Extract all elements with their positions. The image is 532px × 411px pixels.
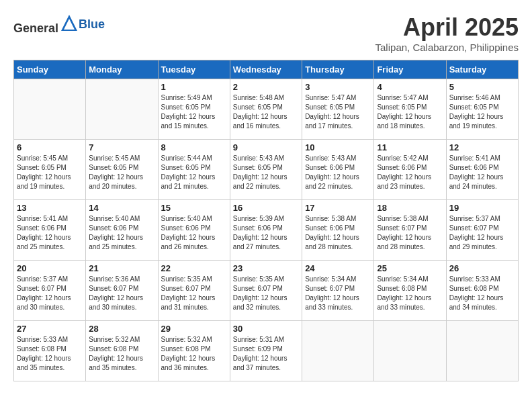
day-number: 21	[89, 263, 154, 273]
calendar-cell: 21Sunrise: 5:36 AM Sunset: 6:07 PM Dayli…	[86, 261, 158, 321]
day-info: Sunrise: 5:35 AM Sunset: 6:07 PM Dayligh…	[161, 275, 227, 312]
calendar-cell: 3Sunrise: 5:47 AM Sunset: 6:05 PM Daylig…	[302, 79, 374, 140]
day-info: Sunrise: 5:35 AM Sunset: 6:07 PM Dayligh…	[233, 275, 299, 312]
day-info: Sunrise: 5:48 AM Sunset: 6:05 PM Dayligh…	[233, 93, 299, 131]
day-info: Sunrise: 5:47 AM Sunset: 6:05 PM Dayligh…	[377, 93, 443, 131]
day-number: 9	[233, 142, 299, 152]
page-header: General Blue April 2025 Talipan, Calabar…	[13, 13, 519, 53]
calendar-cell: 26Sunrise: 5:33 AM Sunset: 6:08 PM Dayli…	[446, 261, 518, 321]
calendar-cell	[446, 321, 518, 381]
calendar-cell: 20Sunrise: 5:37 AM Sunset: 6:07 PM Dayli…	[14, 261, 86, 321]
calendar-cell: 9Sunrise: 5:43 AM Sunset: 6:05 PM Daylig…	[230, 140, 302, 200]
calendar-cell: 4Sunrise: 5:47 AM Sunset: 6:05 PM Daylig…	[374, 79, 446, 140]
day-number: 29	[161, 324, 227, 334]
calendar-table: SundayMondayTuesdayWednesdayThursdayFrid…	[13, 60, 519, 381]
day-info: Sunrise: 5:38 AM Sunset: 6:06 PM Dayligh…	[305, 214, 371, 252]
calendar-week-row: 13Sunrise: 5:41 AM Sunset: 6:06 PM Dayli…	[14, 200, 519, 261]
logo-general: General	[13, 21, 58, 35]
day-number: 27	[17, 324, 83, 334]
day-number: 10	[305, 142, 371, 152]
day-number: 22	[161, 263, 227, 273]
calendar-cell: 16Sunrise: 5:39 AM Sunset: 6:06 PM Dayli…	[230, 200, 302, 261]
day-number: 11	[377, 142, 443, 152]
calendar-cell: 8Sunrise: 5:44 AM Sunset: 6:05 PM Daylig…	[158, 140, 230, 200]
day-number: 7	[89, 142, 154, 152]
calendar-cell: 23Sunrise: 5:35 AM Sunset: 6:07 PM Dayli…	[230, 261, 302, 321]
calendar-cell	[86, 79, 158, 140]
calendar-cell: 18Sunrise: 5:38 AM Sunset: 6:07 PM Dayli…	[374, 200, 446, 261]
calendar-cell: 11Sunrise: 5:42 AM Sunset: 6:06 PM Dayli…	[374, 140, 446, 200]
calendar-weekday-saturday: Saturday	[446, 60, 518, 79]
day-info: Sunrise: 5:33 AM Sunset: 6:08 PM Dayligh…	[17, 335, 83, 373]
calendar-weekday-sunday: Sunday	[14, 60, 86, 79]
calendar-cell: 12Sunrise: 5:41 AM Sunset: 6:06 PM Dayli…	[446, 140, 518, 200]
calendar-week-row: 20Sunrise: 5:37 AM Sunset: 6:07 PM Dayli…	[14, 261, 519, 321]
calendar-cell	[14, 79, 86, 140]
day-info: Sunrise: 5:41 AM Sunset: 6:06 PM Dayligh…	[17, 214, 83, 252]
logo-icon	[60, 13, 79, 32]
day-number: 13	[17, 203, 83, 213]
day-info: Sunrise: 5:32 AM Sunset: 6:08 PM Dayligh…	[161, 335, 227, 373]
calendar-week-row: 27Sunrise: 5:33 AM Sunset: 6:08 PM Dayli…	[14, 321, 519, 381]
calendar-cell: 1Sunrise: 5:49 AM Sunset: 6:05 PM Daylig…	[158, 79, 230, 140]
day-info: Sunrise: 5:32 AM Sunset: 6:08 PM Dayligh…	[89, 335, 154, 373]
day-number: 24	[305, 263, 371, 273]
day-info: Sunrise: 5:49 AM Sunset: 6:05 PM Dayligh…	[161, 93, 227, 131]
calendar-weekday-tuesday: Tuesday	[158, 60, 230, 79]
day-info: Sunrise: 5:37 AM Sunset: 6:07 PM Dayligh…	[17, 275, 83, 312]
day-number: 2	[233, 82, 299, 92]
day-info: Sunrise: 5:43 AM Sunset: 6:05 PM Dayligh…	[233, 154, 299, 191]
calendar-cell: 13Sunrise: 5:41 AM Sunset: 6:06 PM Dayli…	[14, 200, 86, 261]
logo: General Blue	[13, 13, 105, 36]
day-info: Sunrise: 5:46 AM Sunset: 6:05 PM Dayligh…	[449, 93, 515, 131]
calendar-cell: 22Sunrise: 5:35 AM Sunset: 6:07 PM Dayli…	[158, 261, 230, 321]
day-info: Sunrise: 5:36 AM Sunset: 6:07 PM Dayligh…	[89, 275, 154, 312]
day-info: Sunrise: 5:41 AM Sunset: 6:06 PM Dayligh…	[449, 154, 515, 191]
calendar-cell: 24Sunrise: 5:34 AM Sunset: 6:07 PM Dayli…	[302, 261, 374, 321]
logo-blue: Blue	[79, 17, 105, 31]
calendar-cell: 29Sunrise: 5:32 AM Sunset: 6:08 PM Dayli…	[158, 321, 230, 381]
calendar-cell: 2Sunrise: 5:48 AM Sunset: 6:05 PM Daylig…	[230, 79, 302, 140]
day-info: Sunrise: 5:42 AM Sunset: 6:06 PM Dayligh…	[377, 154, 443, 191]
day-number: 28	[89, 324, 154, 334]
calendar-cell: 25Sunrise: 5:34 AM Sunset: 6:08 PM Dayli…	[374, 261, 446, 321]
calendar-header-row: SundayMondayTuesdayWednesdayThursdayFrid…	[14, 60, 519, 79]
page-subtitle: Talipan, Calabarzon, Philippines	[375, 42, 519, 53]
day-number: 26	[449, 263, 515, 273]
calendar-cell: 14Sunrise: 5:40 AM Sunset: 6:06 PM Dayli…	[86, 200, 158, 261]
day-number: 20	[17, 263, 83, 273]
calendar-cell: 28Sunrise: 5:32 AM Sunset: 6:08 PM Dayli…	[86, 321, 158, 381]
day-info: Sunrise: 5:33 AM Sunset: 6:08 PM Dayligh…	[449, 275, 515, 312]
day-number: 3	[305, 82, 371, 92]
calendar-cell: 15Sunrise: 5:40 AM Sunset: 6:06 PM Dayli…	[158, 200, 230, 261]
day-info: Sunrise: 5:39 AM Sunset: 6:06 PM Dayligh…	[233, 214, 299, 252]
calendar-weekday-friday: Friday	[374, 60, 446, 79]
day-number: 19	[449, 203, 515, 213]
calendar-weekday-monday: Monday	[86, 60, 158, 79]
page-title: April 2025	[375, 13, 519, 42]
calendar-cell: 30Sunrise: 5:31 AM Sunset: 6:09 PM Dayli…	[230, 321, 302, 381]
day-number: 25	[377, 263, 443, 273]
day-number: 17	[305, 203, 371, 213]
calendar-cell: 6Sunrise: 5:45 AM Sunset: 6:05 PM Daylig…	[14, 140, 86, 200]
calendar-week-row: 1Sunrise: 5:49 AM Sunset: 6:05 PM Daylig…	[14, 79, 519, 140]
calendar-cell	[302, 321, 374, 381]
day-info: Sunrise: 5:40 AM Sunset: 6:06 PM Dayligh…	[89, 214, 154, 252]
day-number: 6	[17, 142, 83, 152]
calendar-weekday-thursday: Thursday	[302, 60, 374, 79]
day-number: 8	[161, 142, 227, 152]
day-number: 18	[377, 203, 443, 213]
day-number: 23	[233, 263, 299, 273]
day-number: 16	[233, 203, 299, 213]
day-number: 12	[449, 142, 515, 152]
calendar-cell: 17Sunrise: 5:38 AM Sunset: 6:06 PM Dayli…	[302, 200, 374, 261]
calendar-week-row: 6Sunrise: 5:45 AM Sunset: 6:05 PM Daylig…	[14, 140, 519, 200]
day-number: 5	[449, 82, 515, 92]
day-info: Sunrise: 5:47 AM Sunset: 6:05 PM Dayligh…	[305, 93, 371, 131]
day-info: Sunrise: 5:31 AM Sunset: 6:09 PM Dayligh…	[233, 335, 299, 373]
day-info: Sunrise: 5:45 AM Sunset: 6:05 PM Dayligh…	[89, 154, 154, 191]
day-info: Sunrise: 5:43 AM Sunset: 6:06 PM Dayligh…	[305, 154, 371, 191]
day-info: Sunrise: 5:34 AM Sunset: 6:08 PM Dayligh…	[377, 275, 443, 312]
day-number: 15	[161, 203, 227, 213]
day-info: Sunrise: 5:45 AM Sunset: 6:05 PM Dayligh…	[17, 154, 83, 191]
